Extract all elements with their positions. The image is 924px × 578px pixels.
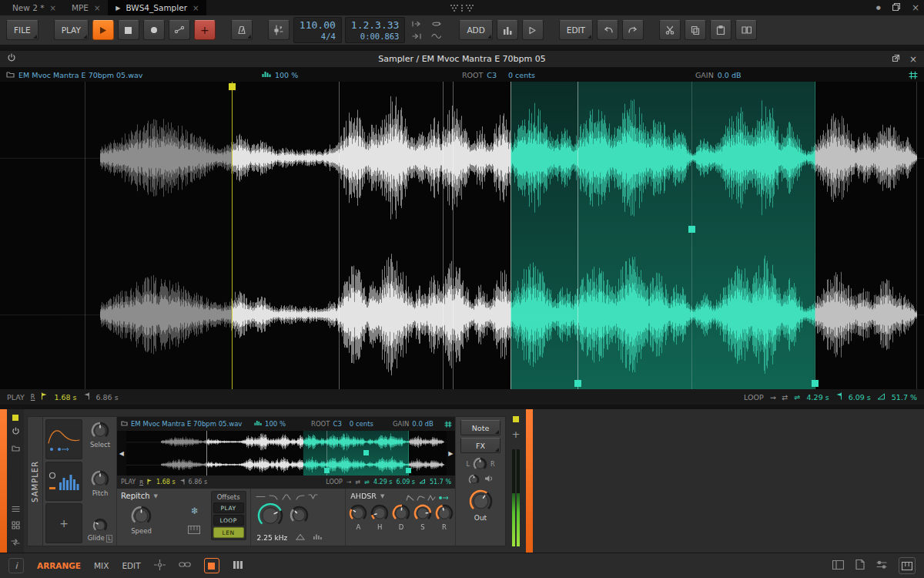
mini-gain[interactable]: GAIN 0.0 dB <box>393 417 434 431</box>
mini-root[interactable]: ROOT C3 0 cents <box>311 417 373 431</box>
paste-button[interactable] <box>710 20 732 40</box>
sample-end-line[interactable] <box>916 82 917 389</box>
device-name-strip[interactable]: SAMPLER <box>28 417 43 546</box>
crossfade-handle[interactable] <box>688 226 695 233</box>
punch-out-icon[interactable] <box>412 32 421 42</box>
scroll-left-arrow[interactable]: ◀ <box>117 431 126 476</box>
env-shape-icon[interactable] <box>417 493 425 503</box>
filter-spread-icon[interactable] <box>313 533 323 543</box>
loop-start-marker[interactable] <box>578 82 578 389</box>
filter-off-icon[interactable] <box>256 492 266 502</box>
play-start-marker[interactable] <box>232 82 233 389</box>
root-value[interactable]: C3 <box>487 71 497 79</box>
tempo-display[interactable]: 110.00 4/4 <box>293 17 342 43</box>
sample-file[interactable]: EM Mvoc Mantra E 70bpm 05.wav <box>6 68 142 82</box>
stretch-control[interactable]: 100 % <box>262 68 298 82</box>
env-release-knob[interactable] <box>435 504 454 523</box>
pan-knob[interactable] <box>473 457 487 472</box>
glide-legato-badge[interactable]: L <box>106 535 112 543</box>
mini-stretch[interactable]: 100 % <box>254 417 286 431</box>
env-mod-route-icon[interactable] <box>438 493 450 503</box>
tab-edit[interactable]: EDIT <box>122 561 140 570</box>
mini-play-start[interactable]: 1.68 s <box>156 479 176 486</box>
window-restore-icon[interactable] <box>892 3 900 12</box>
mini-loop-end-handle[interactable] <box>406 468 411 473</box>
list-view-icon[interactable] <box>12 505 20 515</box>
piano-panel-icon[interactable] <box>899 557 916 574</box>
play-button[interactable] <box>92 20 114 40</box>
filter-cutoff-knob[interactable] <box>257 502 283 529</box>
duplicate-button[interactable] <box>735 20 757 40</box>
cents-value[interactable]: 0 cents <box>508 71 535 79</box>
slice-marker[interactable] <box>443 82 444 389</box>
waveform-canvas[interactable] <box>0 82 924 389</box>
project-tab-active[interactable]: ▶ BWS4_Sampler × <box>108 0 206 15</box>
tab-close-icon[interactable]: × <box>50 4 56 12</box>
mini-crossfade-handle[interactable] <box>363 450 369 455</box>
chain-power-icon[interactable] <box>12 427 20 438</box>
offset-loop-button[interactable]: LOOP <box>213 515 244 526</box>
envelope-dropdown[interactable]: AHDSR▼ <box>350 492 384 500</box>
mini-loop-start-handle[interactable] <box>324 468 330 473</box>
mini-play-end[interactable]: 6.86 s <box>189 479 208 486</box>
filter-bp-icon[interactable] <box>282 492 292 502</box>
filter-lp-icon[interactable] <box>269 492 279 502</box>
loop-start-handle[interactable] <box>574 380 581 387</box>
chain-folder-icon[interactable] <box>12 444 20 454</box>
env-hold-knob[interactable] <box>370 504 389 523</box>
time-signature-value[interactable]: 4/4 <box>321 32 336 42</box>
loop-toggle-icon[interactable] <box>431 19 441 29</box>
stretch-value[interactable]: 100 % <box>275 71 298 79</box>
device-power-icon[interactable] <box>7 53 16 65</box>
waveform-editor[interactable] <box>0 82 924 389</box>
reverse-toggle[interactable]: R <box>31 394 35 401</box>
offset-len-button[interactable]: LEN <box>213 527 244 538</box>
fx-button[interactable]: FX <box>460 438 500 453</box>
mini-waveform-canvas[interactable] <box>126 431 447 476</box>
velocity-knob[interactable] <box>468 474 480 486</box>
tab-close-icon[interactable]: × <box>192 4 199 12</box>
mini-loop-end[interactable] <box>408 431 409 476</box>
loop-mode-icon[interactable]: ⇄ <box>782 393 788 402</box>
add-track-icon-button[interactable] <box>497 20 518 40</box>
stop-button[interactable] <box>118 20 139 40</box>
gain-control[interactable]: GAIN 0.0 dB <box>695 68 741 82</box>
mini-play-marker[interactable] <box>206 431 207 476</box>
filter-slope-icon[interactable] <box>296 533 305 543</box>
loop-off-icon[interactable]: → <box>770 393 776 402</box>
scroll-right-arrow[interactable]: ▶ <box>447 431 456 476</box>
redo-button[interactable] <box>622 20 644 40</box>
speaker-icon[interactable] <box>484 475 494 485</box>
file-menu-button[interactable]: FILE <box>6 20 38 40</box>
info-button[interactable]: i <box>8 558 24 573</box>
sample-start-line[interactable] <box>85 82 85 389</box>
cut-button[interactable] <box>659 20 681 40</box>
zoom-fit-icon[interactable] <box>909 68 918 82</box>
mapping-panel-icon[interactable] <box>876 560 887 572</box>
loop-start-value[interactable]: 4.29 s <box>807 393 829 402</box>
loop-pingpong-icon[interactable]: ⇌ <box>795 393 801 402</box>
time-value[interactable]: 0:00.863 <box>360 32 400 42</box>
mini-stretch-value[interactable]: 100 % <box>265 420 286 428</box>
undo-button[interactable] <box>597 20 618 40</box>
crossfade-marker[interactable] <box>691 82 692 389</box>
tempo-value[interactable]: 110.00 <box>300 19 336 32</box>
play-start-handle[interactable] <box>229 83 236 90</box>
transport-fader-button[interactable] <box>268 20 290 40</box>
slice-marker[interactable] <box>339 82 340 389</box>
mini-loop-pct[interactable]: 51.7 % <box>430 479 451 486</box>
filter-resonance-knob[interactable] <box>290 506 309 525</box>
empty-chain-area[interactable] <box>533 409 924 553</box>
metronome-button[interactable] <box>231 20 253 40</box>
overdub-plus-button[interactable]: + <box>194 20 216 40</box>
env-shape-icon[interactable] <box>406 493 414 503</box>
snap-icon[interactable] <box>154 560 166 573</box>
play-menu-button[interactable]: PLAY <box>54 20 89 40</box>
env-sustain-knob[interactable] <box>413 504 432 523</box>
freeze-icon[interactable]: ❄ <box>191 506 199 516</box>
loop-end-marker[interactable] <box>815 82 815 389</box>
pop-out-icon[interactable] <box>892 54 900 65</box>
speed-knob[interactable] <box>131 506 152 526</box>
groove-wave-icon[interactable] <box>431 32 441 42</box>
follow-playhead-button[interactable] <box>522 20 544 40</box>
